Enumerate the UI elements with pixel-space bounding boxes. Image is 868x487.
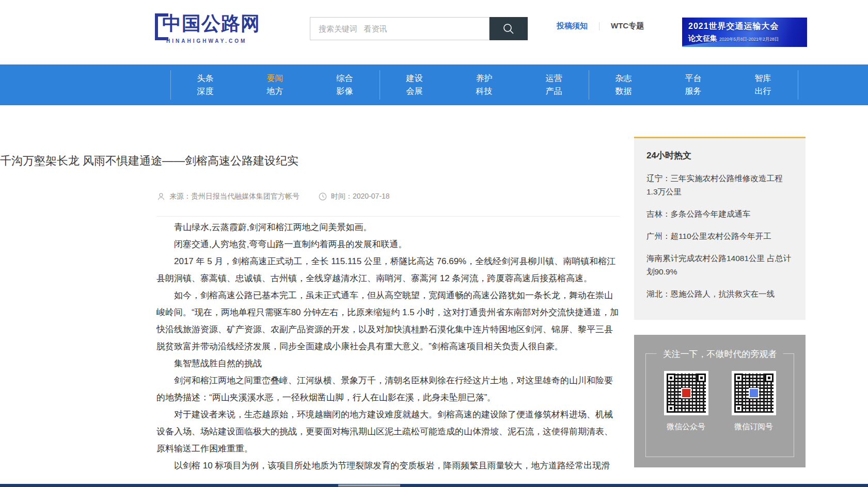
- source-text: 来源：贵州日报当代融媒体集团官方帐号: [169, 192, 299, 201]
- banner-date-range: 2020年5月8日-2021年2月28日: [719, 37, 779, 42]
- search-icon: [502, 22, 515, 36]
- article-source: 来源：贵州日报当代融媒体集团官方帐号: [156, 192, 299, 201]
- nav-label[interactable]: 出行: [755, 87, 771, 95]
- wtc-conference-banner[interactable]: 2021世界交通运输大会 论文征集2020年5月8日-2021年2月28日: [682, 18, 807, 47]
- hot-article-link[interactable]: 广州：超110公里农村公路今年开工: [646, 230, 793, 243]
- hot-articles-title: 24小时热文: [646, 150, 793, 161]
- article-paragraph: 如今，剑榕高速公路已基本完工，虽未正式通车，但从高空眺望，宽阔通畅的高速公路犹如…: [156, 287, 620, 355]
- article-paragraph: 以剑榕 10 标项目为例，该项目所处地质为节理裂隙发育的变质板岩，降雨频繁且雨量…: [156, 457, 620, 474]
- follow-title: 关注一下，不做时代的旁观者: [657, 348, 783, 360]
- follow-us-panel: 关注一下，不做时代的旁观者 微信公众号 微信订阅号: [634, 335, 806, 467]
- nav-label[interactable]: 科技: [476, 87, 493, 95]
- nav-divider: [170, 70, 171, 100]
- nav-label[interactable]: 养护: [476, 74, 493, 83]
- qr-finder-mark: [734, 404, 743, 413]
- search-input[interactable]: [310, 17, 490, 40]
- hot-article-link[interactable]: 辽宁：三年实施农村公路维修改造工程1.3万公里: [646, 172, 793, 199]
- nav-label[interactable]: 杂志: [616, 74, 632, 83]
- article-meta: 来源：贵州日报当代融媒体集团官方帐号 时间：2020-07-18: [156, 192, 620, 203]
- nav-item-zazhi-shuju[interactable]: 杂志 数据: [589, 64, 658, 105]
- nav-label[interactable]: 地方: [267, 87, 283, 95]
- article-paragraph: 对于建设者来说，生态越原始，环境越幽闭的地方建设难度就越大。剑榕高速的建设除了便…: [156, 406, 620, 457]
- nav-item-yanghu-keji[interactable]: 养护 科技: [449, 64, 519, 105]
- search-button[interactable]: [490, 17, 528, 40]
- nav-label-active[interactable]: 要闻: [267, 74, 283, 83]
- logo-domain: HINAHIGHWAY.COM: [166, 38, 274, 44]
- search-bar: [310, 17, 528, 40]
- nav-item-jianshe-huizhan[interactable]: 建设 会展: [380, 64, 449, 105]
- submission-notice-link[interactable]: 投稿须知: [557, 21, 588, 31]
- nav-label[interactable]: 头条: [197, 74, 214, 83]
- horizontal-scrollbar[interactable]: [0, 484, 868, 487]
- qr-finder-mark: [765, 374, 774, 382]
- main-navigation: 头条 深度 要闻 地方 综合 影像 建设 会展 养护 科技 运营 产品 杂志 数…: [0, 64, 868, 105]
- article-time: 时间：2020-07-18: [318, 192, 390, 201]
- logo-name: 中国公路网: [162, 11, 260, 36]
- article-paragraph: 2017 年 5 月，剑榕高速正式动工，全长 115.115 公里，桥隧比高达 …: [156, 253, 620, 287]
- nav-label[interactable]: 综合: [337, 74, 353, 83]
- qr-label: 微信订阅号: [734, 422, 773, 432]
- hot-articles-panel: 24小时热文 辽宁：三年实施农村公路维修改造工程1.3万公里 吉林：多条公路今年…: [634, 137, 806, 320]
- nav-item-zonghe-yingxiang[interactable]: 综合 影像: [310, 64, 380, 105]
- nav-label[interactable]: 产品: [546, 87, 562, 95]
- article-paragraph: 闭塞交通,人穷地贫,弯弯山路一直制约着两县的发展和联通。: [156, 236, 620, 253]
- wtc-special-link[interactable]: WTC专题: [611, 21, 644, 31]
- nav-divider: [589, 70, 589, 100]
- nav-item-yaowen-difang[interactable]: 要闻 地方: [240, 64, 310, 105]
- meta-divider: [156, 216, 620, 217]
- site-header: 中国公路网 HINAHIGHWAY.COM 投稿须知 WTC专题 2021世界交…: [0, 0, 868, 64]
- nav-label[interactable]: 服务: [685, 87, 702, 95]
- article-body: 青山绿水,云蒸霞蔚,剑河和榕江两地之间美景如画。 闭塞交通,人穷地贫,弯弯山路一…: [156, 219, 620, 474]
- hot-article-link[interactable]: 湖北：恩施公路人，抗洪救灾在一线: [646, 287, 793, 301]
- qr-finder-mark: [667, 404, 675, 413]
- nav-label[interactable]: 深度: [197, 87, 214, 95]
- article-title: 千沟万壑架长龙 风雨不惧建通途——剑榕高速公路建设纪实: [0, 153, 464, 169]
- nav-label[interactable]: 会展: [406, 87, 423, 95]
- nav-label[interactable]: 运营: [546, 74, 562, 83]
- nav-item-zhiku-chuxing[interactable]: 智库 出行: [728, 64, 798, 105]
- qr-finder-mark: [667, 374, 675, 382]
- nav-divider: [798, 70, 798, 100]
- nav-label[interactable]: 建设: [406, 74, 423, 83]
- nav-item-pingtai-fuwu[interactable]: 平台 服务: [658, 64, 728, 105]
- wechat-official-account-qr-code: [664, 371, 708, 415]
- nav-label[interactable]: 影像: [337, 87, 353, 95]
- nav-label[interactable]: 平台: [685, 74, 702, 83]
- article-paragraph: 剑河和榕江两地之间重峦叠嶂、江河纵横、景象万千，清朝名臣林则徐在行经这片土地，对…: [156, 372, 620, 406]
- qr-center-logo-blue: [749, 388, 759, 398]
- hot-article-link[interactable]: 吉林：多条公路今年建成通车: [646, 207, 793, 221]
- nav-divider: [380, 70, 380, 100]
- qr-center-logo-red: [681, 388, 691, 398]
- hot-article-link[interactable]: 海南累计完成农村公路14081公里 占总计划90.9%: [646, 252, 793, 279]
- qr-label: 微信公众号: [667, 422, 705, 432]
- article-paragraph: 青山绿水,云蒸霞蔚,剑河和榕江两地之间美景如画。: [156, 219, 620, 236]
- horizontal-scrollbar-thumb[interactable]: [338, 484, 400, 486]
- site-logo[interactable]: 中国公路网 HINAHIGHWAY.COM: [155, 11, 274, 44]
- wechat-subscription-qr-code: [732, 371, 776, 415]
- nav-item-yunying-chanpin[interactable]: 运营 产品: [519, 64, 589, 105]
- nav-label[interactable]: 智库: [755, 74, 771, 83]
- banner-title: 2021世界交通运输大会: [688, 21, 807, 32]
- time-text: 时间：2020-07-18: [331, 192, 390, 201]
- article-paragraph: 集智慧战胜自然的挑战: [156, 355, 620, 372]
- header-links: 投稿须知 WTC专题: [557, 21, 644, 31]
- author-icon: [156, 192, 166, 201]
- qr-finder-mark: [734, 374, 743, 382]
- nav-label[interactable]: 数据: [616, 87, 632, 95]
- header-links-divider: [599, 22, 599, 30]
- qr-finder-mark: [697, 374, 706, 382]
- nav-item-toutiao-shendu[interactable]: 头条 深度: [170, 64, 240, 105]
- banner-subtitle: 论文征集2020年5月8日-2021年2月28日: [688, 34, 807, 43]
- clock-icon: [318, 192, 327, 201]
